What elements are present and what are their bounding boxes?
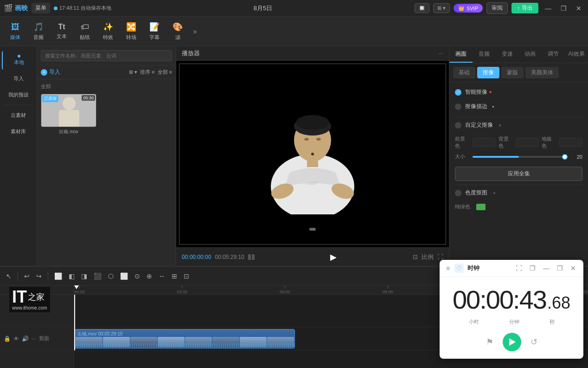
cursor-tool[interactable]: ↖ [4,271,14,281]
close-button[interactable]: ✕ [573,4,584,13]
toolbar-audio[interactable]: 🎵 音频 [27,19,50,44]
clip-name: 出镜.mov 00:05:29:10 [77,331,122,337]
media-thumbnail: 已添加 05:30 [41,94,96,127]
sort-button[interactable]: 排序 ≡ [140,69,154,76]
frame-tool[interactable]: ⊞ [169,271,179,281]
tab-adjust[interactable]: 调节 [542,46,565,63]
left-panel: 本地 导入 我的预设 云素材 素材库 [0,46,37,266]
tab-speed[interactable]: 变速 [496,46,519,63]
clock-copy-button[interactable]: ❐ [528,264,537,273]
subtab-basic[interactable]: 基础 [453,67,475,78]
foreground-input [473,138,496,147]
subtab-beauty[interactable]: 美颜美体 [525,67,559,78]
view-toggle-button[interactable]: 🔲 [415,3,429,13]
fullscreen-button[interactable]: ⛶ [437,253,443,260]
toolbar-expand-button[interactable]: » [191,26,199,38]
all-filter-button[interactable]: 全部 ≡ [158,69,172,76]
subtab-keying[interactable]: 抠像 [477,67,499,78]
apply-button[interactable]: 应用全集 [455,167,582,181]
left-panel-cloud[interactable]: 云素材 [2,108,35,123]
size-slider-fill [473,156,519,158]
left-panel-preset[interactable]: 我的预设 [2,88,35,102]
shape-tool[interactable]: ⬡ [106,271,116,281]
main-layout: 本地 导入 我的预设 云素材 素材库 + 导入 ⊞ ▾ 排序 ≡ [0,46,588,266]
custom-keying-checkbox[interactable] [455,122,461,129]
audio-tool[interactable]: ⊕ [144,271,154,281]
smart-keying-checkbox[interactable]: ✓ [455,89,461,96]
tab-animation[interactable]: 动画 [518,46,542,63]
right-panel-tabs: 画面 音频 变速 动画 调节 AI效果 [449,46,588,63]
eye-icon[interactable]: 👁 [13,336,19,342]
toolbar-effects[interactable]: ✨ 特效 [96,19,120,44]
playhead-head [74,285,79,289]
main-toolbar: 🖼 媒体 🎵 音频 Tt 文本 🏷 贴纸 ✨ 特效 🔀 转场 📝 字幕 🎨 滤 … [0,17,588,46]
undo-button[interactable]: ↩ [22,271,32,281]
preview-more-button[interactable]: ··· [439,50,443,57]
play-range-tool[interactable]: ⊙ [132,271,142,281]
clock-menu-button[interactable]: ≡ [445,264,451,273]
play-button[interactable]: ▶ [330,252,337,262]
menu-button[interactable]: 菜单 [32,3,50,13]
keying-border-checkbox[interactable] [455,103,461,110]
floor-input [559,138,582,147]
grid-view-button[interactable]: ⊞ ▾ [129,69,137,75]
toolbar-sticker[interactable]: 🏷 贴纸 [73,19,96,44]
review-button[interactable]: 审阅 [486,2,508,14]
ratio-button[interactable]: 比例 [422,253,434,261]
tab-canvas[interactable]: 画面 [449,46,473,63]
list-item[interactable]: 已添加 05:30 出镜.mov [41,94,96,135]
snapshot-tool[interactable]: ⊡ [181,271,192,281]
toolbar-subtitle[interactable]: 📝 字幕 [143,19,166,44]
keying-border-option: 抠像描边 • [455,103,582,110]
clock-play-button[interactable] [503,333,521,351]
heart-icon: ♥ [489,90,492,95]
trim-tool[interactable]: ⬜ [118,271,130,281]
tab-ai[interactable]: AI效果 [565,46,588,63]
reset-button[interactable]: ↺ [529,335,539,349]
toolbar-text[interactable]: Tt 文本 [50,20,73,43]
size-slider-thumb[interactable] [562,154,568,160]
restore-button[interactable]: ❐ [558,4,569,13]
flip-tool[interactable]: ↔ [156,271,167,281]
clock-minimize-button[interactable]: — [541,264,551,273]
preview-area: 播放器 ··· [176,46,449,266]
split-tool[interactable]: ⬜ [52,271,64,281]
clock-controls: ⚑ ↺ [449,333,574,351]
divider2 [455,185,582,185]
clock-restore-button[interactable]: ❐ [555,264,565,273]
fit-screen-button[interactable]: ⊡ [413,253,418,260]
chroma-checkbox[interactable] [455,190,461,196]
clock-header-right: ⛶ ❐ — ❐ ✕ [514,264,578,273]
split-left-tool[interactable]: ◧ [66,271,77,281]
watermark-logo: IT 之家 www.ithome.com [9,287,50,312]
subtab-mask[interactable]: 蒙版 [501,67,524,78]
toolbar-media[interactable]: 🖼 媒体 [4,19,27,44]
more-track-icon[interactable]: ··· [32,336,36,342]
flag-button[interactable]: ⚑ [484,335,495,349]
left-panel-local[interactable]: 本地 [2,51,35,70]
svip-button[interactable]: 👑SVIP [454,4,483,13]
video-clip[interactable]: 出镜.mov 00:05:29:10 [74,329,295,349]
audio-track-icon[interactable]: 🔊 [22,336,29,342]
minimize-button[interactable]: — [542,4,554,13]
chroma-color-swatch [476,204,486,210]
media-search-input[interactable] [41,50,172,61]
redo-button[interactable]: ↪ [34,271,44,281]
crop-tool[interactable]: ⬛ [91,271,104,281]
size-slider-track[interactable] [473,156,565,158]
tab-audio[interactable]: 音频 [473,46,496,63]
clock-expand-button[interactable]: ⛶ [514,264,524,273]
toolbar-filter[interactable]: 🎨 滤 [166,19,189,44]
split-right-tool[interactable]: ◨ [79,271,89,281]
svg-rect-7 [307,158,318,167]
clock-close-button[interactable]: ✕ [569,264,578,273]
toolbar-transition[interactable]: 🔀 转场 [120,19,143,44]
import-button[interactable]: + 导入 [41,68,60,76]
resize-handle[interactable] [309,228,316,231]
lock-icon[interactable]: 🔒 [4,336,11,342]
left-panel-library[interactable]: 素材库 [2,124,35,139]
export-button[interactable]: ↑导出 [511,3,538,13]
media-content: 全部 已添加 05:30 出镜.mov [37,79,176,266]
left-panel-import[interactable]: 导入 [2,71,35,86]
layout-button[interactable]: ⊞ ▾ [433,3,450,13]
